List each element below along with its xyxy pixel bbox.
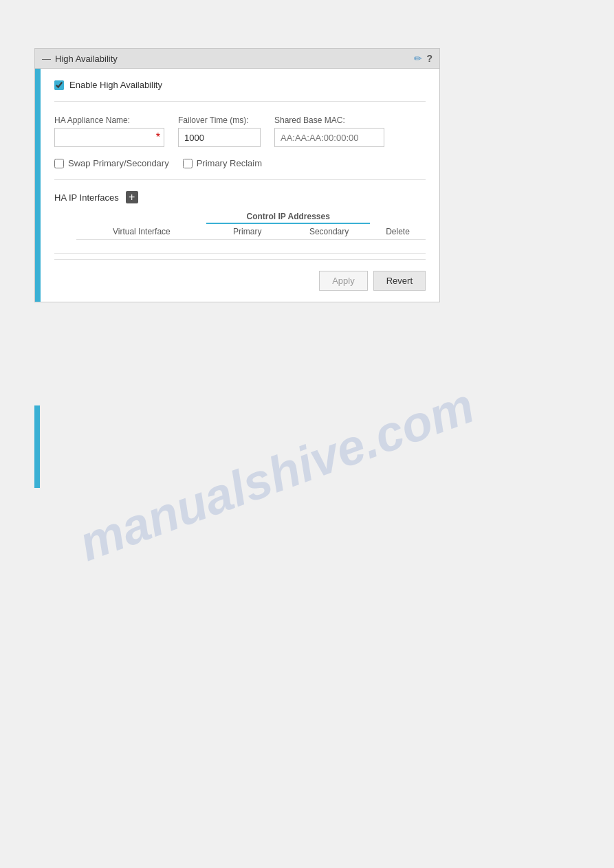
control-ip-header: Control IP Addresses	[206, 212, 370, 223]
second-section-bar	[34, 405, 40, 488]
swap-primary-secondary-item: Swap Primary/Secondary	[54, 158, 169, 168]
revert-button[interactable]: Revert	[373, 271, 426, 291]
panel-body: Enable High Availability HA Appliance Na…	[34, 68, 440, 302]
panel-content: Enable High Availability HA Appliance Na…	[41, 69, 439, 302]
ha-ip-title: HA IP Interfaces	[54, 192, 119, 203]
empty-spacer	[54, 240, 76, 254]
failover-time-input[interactable]	[178, 128, 261, 147]
empty-primary	[206, 240, 288, 254]
enable-ha-checkbox[interactable]	[54, 80, 64, 90]
failover-time-group: Failover Time (ms):	[178, 115, 261, 147]
empty-virtual	[76, 240, 206, 254]
ha-ip-header: HA IP Interfaces +	[54, 191, 426, 203]
checkboxes-row: Swap Primary/Secondary Primary Reclaim	[54, 158, 426, 180]
action-buttons: Apply Revert	[54, 259, 426, 291]
edit-icon[interactable]: ✏	[414, 53, 422, 64]
help-icon[interactable]: ?	[426, 53, 432, 64]
col-spacer-header	[54, 212, 76, 223]
page-wrapper: ― High Availability ✏ ? Enable High Avai…	[0, 0, 614, 868]
empty-delete	[370, 240, 426, 254]
form-fields-row: HA Appliance Name: * Failover Time (ms):	[54, 115, 426, 147]
second-section-content	[40, 405, 584, 488]
primary-reclaim-checkbox[interactable]	[183, 159, 193, 168]
ha-appliance-name-wrapper: *	[54, 128, 164, 147]
apply-button[interactable]: Apply	[319, 271, 368, 291]
ha-appliance-name-label: HA Appliance Name:	[54, 115, 164, 125]
ha-appliance-name-group: HA Appliance Name: *	[54, 115, 164, 147]
primary-subheader: Primary	[206, 223, 288, 240]
panel-left-border	[35, 69, 41, 302]
ha-ip-table: Control IP Addresses Virtual Interface P…	[54, 212, 426, 254]
panel-title: High Availability	[55, 54, 410, 64]
collapse-icon[interactable]: ―	[42, 54, 51, 64]
enable-ha-row: Enable High Availability	[54, 80, 426, 102]
ha-appliance-name-input[interactable]	[54, 128, 164, 147]
primary-reclaim-item: Primary Reclaim	[183, 158, 262, 168]
delete-col-header	[370, 212, 426, 223]
col-spacer-subheader	[54, 223, 76, 240]
enable-ha-label: Enable High Availability	[69, 80, 162, 90]
shared-base-mac-input[interactable]	[274, 128, 384, 147]
table-empty-row	[54, 240, 426, 254]
failover-time-label: Failover Time (ms):	[178, 115, 261, 125]
ha-ip-section: HA IP Interfaces + Control IP Addresses	[54, 191, 426, 254]
panel-header: ― High Availability ✏ ?	[34, 48, 440, 68]
add-interface-button[interactable]: +	[126, 191, 138, 203]
empty-secondary	[288, 240, 370, 254]
second-section	[34, 405, 584, 488]
virtual-interface-col-header	[76, 212, 206, 223]
swap-primary-secondary-label: Swap Primary/Secondary	[68, 158, 169, 168]
shared-base-mac-label: Shared Base MAC:	[274, 115, 384, 125]
virtual-interface-subheader: Virtual Interface	[76, 223, 206, 240]
shared-base-mac-group: Shared Base MAC:	[274, 115, 384, 147]
secondary-subheader: Secondary	[288, 223, 370, 240]
swap-primary-secondary-checkbox[interactable]	[54, 159, 64, 168]
delete-subheader: Delete	[370, 223, 426, 240]
main-panel: ― High Availability ✏ ? Enable High Avai…	[34, 48, 440, 302]
primary-reclaim-label: Primary Reclaim	[197, 158, 262, 168]
